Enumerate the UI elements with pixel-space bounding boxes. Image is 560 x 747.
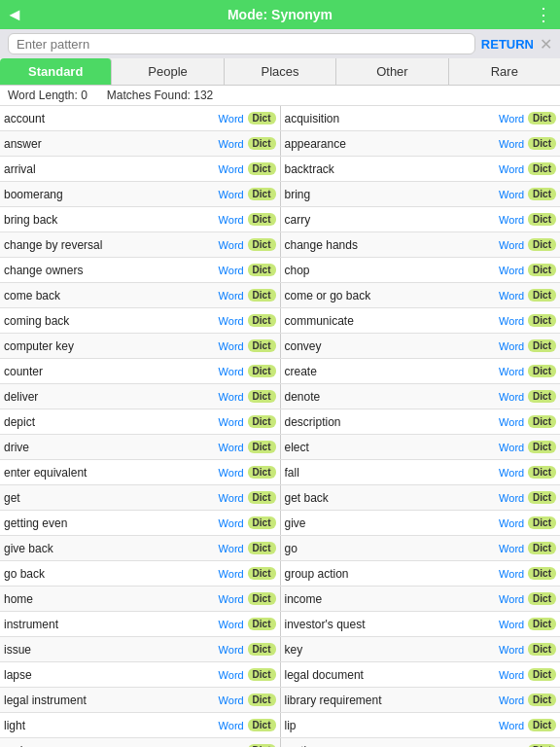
word-button-right[interactable]: Word (499, 214, 526, 226)
dict-button-left[interactable]: Dict (248, 112, 276, 124)
word-button-right[interactable]: Word (499, 189, 526, 200)
dict-button-left[interactable]: Dict (248, 213, 276, 226)
word-button-right[interactable]: Word (499, 669, 526, 681)
dict-button-right[interactable]: Dict (528, 618, 556, 630)
word-button-right[interactable]: Word (499, 290, 526, 302)
dict-button-left[interactable]: Dict (248, 542, 276, 554)
dict-button-left[interactable]: Dict (248, 466, 276, 479)
dict-button-left[interactable]: Dict (248, 441, 276, 453)
word-button-left[interactable]: Word (219, 189, 246, 200)
dict-button-left[interactable]: Dict (248, 365, 276, 377)
dict-button-right[interactable]: Dict (528, 516, 556, 529)
word-button-left[interactable]: Word (219, 644, 246, 656)
word-button-right[interactable]: Word (499, 366, 526, 377)
dict-button-right[interactable]: Dict (528, 441, 556, 453)
return-button[interactable]: RETURN (481, 37, 534, 52)
word-button-left[interactable]: Word (219, 694, 246, 706)
word-button-left[interactable]: Word (219, 416, 246, 428)
word-button-right[interactable]: Word (499, 593, 526, 605)
dict-button-right[interactable]: Dict (528, 491, 556, 504)
dict-button-right[interactable]: Dict (528, 466, 556, 479)
dict-button-left[interactable]: Dict (248, 668, 276, 681)
word-button-left[interactable]: Word (219, 391, 246, 403)
menu-button[interactable]: ⋮ (535, 4, 552, 25)
dict-button-left[interactable]: Dict (248, 390, 276, 403)
tab-places[interactable]: Places (225, 58, 336, 85)
dict-button-right[interactable]: Dict (528, 137, 556, 150)
word-button-right[interactable]: Word (499, 492, 526, 504)
word-button-right[interactable]: Word (499, 315, 526, 327)
word-button-right[interactable]: Word (499, 416, 526, 428)
word-button-right[interactable]: Word (499, 644, 526, 656)
word-button-left[interactable]: Word (219, 669, 246, 681)
word-button-left[interactable]: Word (219, 517, 246, 529)
dict-button-left[interactable]: Dict (248, 162, 276, 175)
dict-button-right[interactable]: Dict (528, 643, 556, 656)
word-button-left[interactable]: Word (219, 163, 246, 175)
word-button-left[interactable]: Word (219, 340, 246, 352)
word-button-right[interactable]: Word (499, 720, 526, 731)
dict-button-left[interactable]: Dict (248, 592, 276, 605)
word-button-right[interactable]: Word (499, 694, 526, 706)
search-input[interactable] (8, 33, 475, 54)
dict-button-right[interactable]: Dict (528, 289, 556, 302)
word-button-left[interactable]: Word (219, 492, 246, 504)
dict-button-right[interactable]: Dict (528, 592, 556, 605)
dict-button-right[interactable]: Dict (528, 668, 556, 681)
word-button-left[interactable]: Word (219, 366, 246, 377)
dict-button-right[interactable]: Dict (528, 264, 556, 276)
dict-button-left[interactable]: Dict (248, 238, 276, 251)
word-button-left[interactable]: Word (219, 214, 246, 226)
word-button-right[interactable]: Word (499, 163, 526, 175)
dict-button-right[interactable]: Dict (528, 188, 556, 200)
dict-button-right[interactable]: Dict (528, 162, 556, 175)
word-button-left[interactable]: Word (219, 290, 246, 302)
dict-button-right[interactable]: Dict (528, 112, 556, 124)
word-button-right[interactable]: Word (499, 113, 526, 124)
tab-people[interactable]: People (112, 58, 224, 85)
dict-button-left[interactable]: Dict (248, 491, 276, 504)
dict-button-right[interactable]: Dict (528, 542, 556, 554)
dict-button-right[interactable]: Dict (528, 213, 556, 226)
word-button-left[interactable]: Word (219, 315, 246, 327)
word-button-left[interactable]: Word (219, 442, 246, 453)
dict-button-left[interactable]: Dict (248, 643, 276, 656)
dict-button-right[interactable]: Dict (528, 238, 556, 251)
word-button-left[interactable]: Word (219, 239, 246, 251)
word-button-right[interactable]: Word (499, 239, 526, 251)
word-button-right[interactable]: Word (499, 517, 526, 529)
word-button-right[interactable]: Word (499, 568, 526, 580)
dict-button-left[interactable]: Dict (248, 719, 276, 731)
word-button-left[interactable]: Word (219, 568, 246, 580)
dict-button-right[interactable]: Dict (528, 567, 556, 580)
dict-button-left[interactable]: Dict (248, 618, 276, 630)
word-button-right[interactable]: Word (499, 467, 526, 479)
word-button-left[interactable]: Word (219, 593, 246, 605)
dict-button-left[interactable]: Dict (248, 314, 276, 327)
word-button-right[interactable]: Word (499, 619, 526, 630)
dict-button-right[interactable]: Dict (528, 390, 556, 403)
word-button-right[interactable]: Word (499, 138, 526, 150)
dict-button-right[interactable]: Dict (528, 719, 556, 731)
word-button-right[interactable]: Word (499, 391, 526, 403)
tab-standard[interactable]: Standard (0, 58, 112, 85)
word-button-left[interactable]: Word (219, 543, 246, 554)
dict-button-left[interactable]: Dict (248, 137, 276, 150)
word-button-left[interactable]: Word (219, 113, 246, 124)
dict-button-right[interactable]: Dict (528, 365, 556, 377)
word-button-left[interactable]: Word (219, 619, 246, 630)
tab-other[interactable]: Other (336, 58, 448, 85)
word-button-right[interactable]: Word (499, 265, 526, 276)
clear-icon[interactable]: ✕ (540, 35, 552, 53)
dict-button-left[interactable]: Dict (248, 188, 276, 200)
tab-rare[interactable]: Rare (449, 58, 560, 85)
dict-button-left[interactable]: Dict (248, 339, 276, 352)
word-button-left[interactable]: Word (219, 265, 246, 276)
dict-button-left[interactable]: Dict (248, 567, 276, 580)
dict-button-left[interactable]: Dict (248, 415, 276, 428)
dict-button-left[interactable]: Dict (248, 289, 276, 302)
word-button-right[interactable]: Word (499, 340, 526, 352)
dict-button-right[interactable]: Dict (528, 314, 556, 327)
dict-button-left[interactable]: Dict (248, 694, 276, 706)
back-button[interactable]: ◄ (6, 5, 23, 25)
